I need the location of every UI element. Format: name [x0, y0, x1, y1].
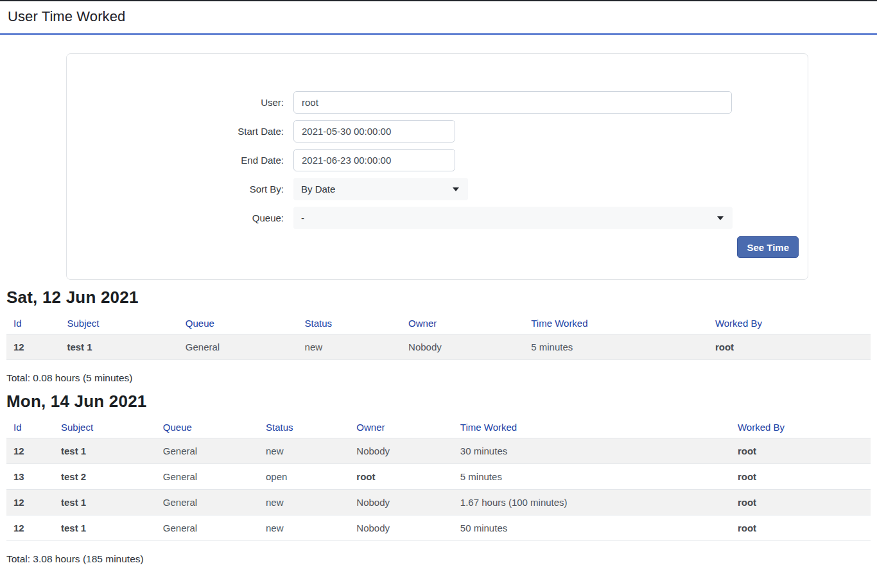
user-input[interactable] — [293, 91, 732, 114]
cell-owner: Nobody — [349, 490, 453, 515]
cell-worked-by: root — [731, 464, 871, 490]
cell-queue: General — [156, 515, 259, 541]
cell-id: 12 — [6, 334, 60, 360]
queue-field-row: Queue: - — [67, 207, 797, 229]
cell-time-worked: 50 minutes — [453, 515, 731, 541]
end-date-input[interactable] — [293, 149, 455, 171]
cell-owner: root — [349, 464, 453, 490]
form-actions: See Time — [67, 236, 799, 258]
start-date-label: Start Date: — [67, 126, 284, 137]
cell-status: new — [259, 438, 349, 464]
cell-id: 13 — [6, 464, 54, 490]
see-time-button[interactable]: See Time — [737, 236, 799, 258]
cell-subject: test 1 — [54, 490, 156, 515]
table-row: 12test 1GeneralnewNobody1.67 hours (100 … — [6, 490, 871, 515]
cell-time-worked: 5 minutes — [453, 464, 731, 490]
user-label: User: — [67, 97, 284, 108]
time-worked-table: IdSubjectQueueStatusOwnerTime WorkedWork… — [6, 313, 871, 360]
column-header-queue[interactable]: Queue — [156, 417, 259, 438]
sort-by-selected-value: By Date — [301, 184, 335, 195]
end-date-label: End Date: — [67, 155, 284, 166]
column-header-status[interactable]: Status — [298, 313, 402, 334]
table-row: 12test 1GeneralnewNobody30 minutesroot — [6, 438, 871, 464]
user-field-row: User: — [67, 91, 797, 114]
page-title: User Time Worked — [8, 8, 869, 25]
cell-queue: General — [156, 490, 259, 515]
cell-status: new — [298, 334, 402, 360]
column-header-subject[interactable]: Subject — [54, 417, 156, 438]
cell-subject: test 1 — [54, 515, 156, 541]
cell-owner: Nobody — [401, 334, 524, 360]
queue-selected-value: - — [301, 212, 304, 223]
table-body: 12test 1GeneralnewNobody5 minutesroot — [6, 334, 871, 360]
column-header-owner[interactable]: Owner — [401, 313, 524, 334]
header-row: IdSubjectQueueStatusOwnerTime WorkedWork… — [6, 313, 871, 334]
start-date-field-row: Start Date: — [67, 120, 797, 143]
cell-worked-by: root — [731, 490, 871, 515]
table-head: IdSubjectQueueStatusOwnerTime WorkedWork… — [6, 313, 871, 334]
cell-owner: Nobody — [349, 515, 453, 541]
column-header-subject[interactable]: Subject — [60, 313, 178, 334]
sort-by-select[interactable]: By Date — [293, 178, 468, 200]
column-header-time-worked[interactable]: Time Worked — [524, 313, 708, 334]
column-header-id[interactable]: Id — [6, 313, 60, 334]
table-row: 12test 1GeneralnewNobody5 minutesroot — [6, 334, 871, 360]
cell-status: new — [259, 490, 349, 515]
sort-by-label: Sort By: — [67, 184, 284, 195]
column-header-queue[interactable]: Queue — [178, 313, 298, 334]
column-header-time-worked[interactable]: Time Worked — [453, 417, 731, 438]
column-header-id[interactable]: Id — [6, 417, 54, 438]
table-row: 12test 1GeneralnewNobody50 minutesroot — [6, 515, 871, 541]
cell-time-worked: 1.67 hours (100 minutes) — [453, 490, 731, 515]
sections: Sat, 12 Jun 2021IdSubjectQueueStatusOwne… — [0, 288, 877, 565]
cell-queue: General — [178, 334, 298, 360]
cell-subject: test 1 — [60, 334, 178, 360]
cell-owner: Nobody — [349, 438, 453, 464]
cell-time-worked: 5 minutes — [524, 334, 708, 360]
chevron-down-icon — [717, 216, 724, 220]
column-header-owner[interactable]: Owner — [349, 417, 453, 438]
sort-by-field-row: Sort By: By Date — [67, 178, 797, 200]
table-row: 13test 2Generalopenroot5 minutesroot — [6, 464, 871, 490]
time-worked-table: IdSubjectQueueStatusOwnerTime WorkedWork… — [6, 417, 871, 541]
header-row: IdSubjectQueueStatusOwnerTime WorkedWork… — [6, 417, 871, 438]
chevron-down-icon — [453, 187, 459, 191]
end-date-field-row: End Date: — [67, 149, 797, 171]
cell-worked-by: root — [731, 438, 871, 464]
queue-label: Queue: — [67, 212, 284, 223]
time-worked-filter-form: User: Start Date: End Date: Sort By: By … — [66, 53, 808, 280]
cell-subject: test 1 — [54, 438, 156, 464]
column-header-status[interactable]: Status — [259, 417, 349, 438]
table-head: IdSubjectQueueStatusOwnerTime WorkedWork… — [6, 417, 871, 438]
cell-worked-by: root — [731, 515, 871, 541]
cell-status: open — [259, 464, 349, 490]
table-body: 12test 1GeneralnewNobody30 minutesroot13… — [6, 438, 871, 541]
date-heading: Mon, 14 Jun 2021 — [6, 392, 871, 411]
cell-worked-by: root — [708, 334, 871, 360]
cell-id: 12 — [6, 515, 54, 541]
section-total: Total: 0.08 hours (5 minutes) — [6, 372, 871, 384]
cell-id: 12 — [6, 490, 54, 515]
start-date-input[interactable] — [293, 120, 455, 143]
cell-time-worked: 30 minutes — [453, 438, 731, 464]
cell-id: 12 — [6, 438, 54, 464]
cell-queue: General — [156, 438, 259, 464]
column-header-worked-by[interactable]: Worked By — [708, 313, 871, 334]
section-total: Total: 3.08 hours (185 minutes) — [6, 553, 871, 565]
cell-queue: General — [156, 464, 259, 490]
column-header-worked-by[interactable]: Worked By — [731, 417, 871, 438]
queue-select[interactable]: - — [293, 207, 733, 229]
page-header: User Time Worked — [0, 0, 877, 35]
date-heading: Sat, 12 Jun 2021 — [6, 288, 871, 307]
cell-status: new — [259, 515, 349, 541]
cell-subject: test 2 — [54, 464, 156, 490]
